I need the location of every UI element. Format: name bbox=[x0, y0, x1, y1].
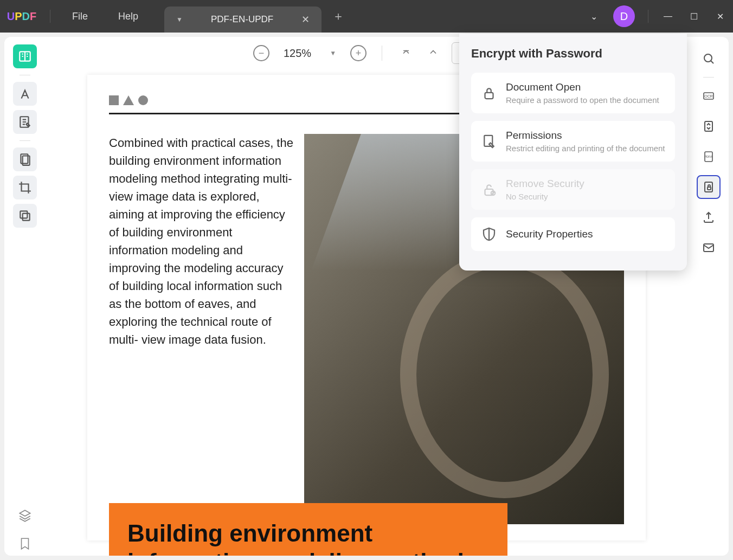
security-properties-option[interactable]: Security Properties bbox=[471, 217, 675, 251]
user-avatar[interactable]: D bbox=[613, 5, 635, 27]
ocr-button[interactable]: OCR bbox=[697, 84, 721, 108]
titlebar: UPDF File Help ▼ PDF-EN-UPDF ✕ ＋ ⌄ D — ☐… bbox=[0, 0, 733, 33]
svg-rect-13 bbox=[708, 187, 711, 190]
pdfa-button[interactable]: PDF/A bbox=[697, 145, 721, 169]
option-title: Permissions bbox=[506, 130, 665, 141]
zoom-dropdown-icon[interactable]: ▼ bbox=[325, 49, 340, 57]
zoom-out-button[interactable]: − bbox=[253, 45, 269, 61]
encrypt-popup: Encrypt with Password Document Open Requ… bbox=[459, 34, 687, 271]
export-button[interactable] bbox=[697, 205, 721, 229]
lock-icon bbox=[481, 85, 497, 101]
document-open-option[interactable]: Document Open Require a password to open… bbox=[471, 73, 675, 113]
svg-text:OCR: OCR bbox=[704, 94, 713, 98]
layers-button[interactable] bbox=[13, 504, 37, 527]
tab-close-icon[interactable]: ✕ bbox=[295, 14, 316, 25]
document-body-text: Combined with practical cases, the build… bbox=[109, 134, 304, 524]
app-logo: UPDF bbox=[0, 10, 43, 23]
organize-pages-button[interactable] bbox=[13, 147, 37, 171]
window-maximize-icon[interactable]: ☐ bbox=[681, 3, 707, 29]
bookmark-button[interactable] bbox=[13, 532, 37, 556]
permissions-option[interactable]: Permissions Restrict editing and printin… bbox=[471, 121, 675, 162]
divider bbox=[703, 77, 714, 78]
option-subtitle: Restrict editing and printing of the doc… bbox=[506, 144, 665, 153]
svg-rect-5 bbox=[22, 214, 29, 221]
reader-mode-button[interactable] bbox=[13, 44, 37, 68]
svg-rect-15 bbox=[485, 92, 493, 98]
email-button[interactable] bbox=[697, 236, 721, 260]
unlock-icon bbox=[481, 182, 497, 198]
divider bbox=[648, 10, 648, 23]
shield-icon bbox=[481, 226, 497, 242]
divider bbox=[20, 75, 30, 75]
tab-list-dropdown-icon[interactable]: ⌄ bbox=[581, 3, 607, 29]
menu-help[interactable]: Help bbox=[103, 11, 153, 22]
crop-tool-button[interactable] bbox=[13, 176, 37, 199]
left-sidebar bbox=[4, 37, 45, 556]
first-page-button[interactable] bbox=[397, 47, 415, 60]
window-minimize-icon[interactable]: — bbox=[655, 3, 681, 29]
option-title: Document Open bbox=[506, 81, 665, 93]
divider bbox=[50, 10, 50, 23]
tab-add-icon[interactable]: ＋ bbox=[332, 8, 344, 24]
remove-security-option: Remove Security No Security bbox=[471, 169, 675, 210]
option-title: Security Properties bbox=[506, 228, 665, 240]
option-subtitle: Require a password to open the document bbox=[506, 95, 665, 105]
tab-title: PDF-EN-UPDF bbox=[189, 14, 295, 25]
svg-rect-4 bbox=[20, 211, 27, 218]
edit-page-icon bbox=[481, 133, 497, 150]
svg-point-6 bbox=[704, 54, 712, 62]
svg-text:PDF/A: PDF/A bbox=[704, 155, 712, 158]
menu-file[interactable]: File bbox=[57, 11, 103, 22]
circle-shape-icon bbox=[138, 95, 148, 105]
document-title: Building environment information modelin… bbox=[127, 519, 489, 556]
search-button[interactable] bbox=[697, 47, 721, 70]
zoom-level: 125% bbox=[279, 47, 316, 60]
option-subtitle: No Security bbox=[506, 192, 665, 201]
prev-page-button[interactable] bbox=[425, 47, 442, 60]
comment-tool-button[interactable] bbox=[13, 82, 37, 106]
svg-rect-16 bbox=[484, 135, 492, 146]
edit-pdf-button[interactable] bbox=[13, 110, 37, 134]
right-sidebar: OCR PDF/A bbox=[688, 37, 729, 556]
convert-button[interactable] bbox=[697, 114, 721, 138]
document-tab[interactable]: ▼ PDF-EN-UPDF ✕ bbox=[164, 7, 322, 33]
window-close-icon[interactable]: ✕ bbox=[707, 3, 733, 29]
triangle-shape-icon bbox=[123, 95, 134, 105]
batch-tool-button[interactable] bbox=[13, 204, 37, 228]
encrypt-button[interactable] bbox=[697, 175, 721, 199]
zoom-in-button[interactable]: + bbox=[350, 45, 366, 61]
option-title: Remove Security bbox=[506, 178, 665, 190]
divider bbox=[382, 46, 382, 61]
divider bbox=[20, 140, 30, 141]
square-shape-icon bbox=[109, 95, 119, 105]
popup-title: Encrypt with Password bbox=[471, 47, 675, 61]
tab-dropdown-icon[interactable]: ▼ bbox=[170, 16, 189, 23]
title-callout: Building environment information modelin… bbox=[109, 503, 507, 556]
